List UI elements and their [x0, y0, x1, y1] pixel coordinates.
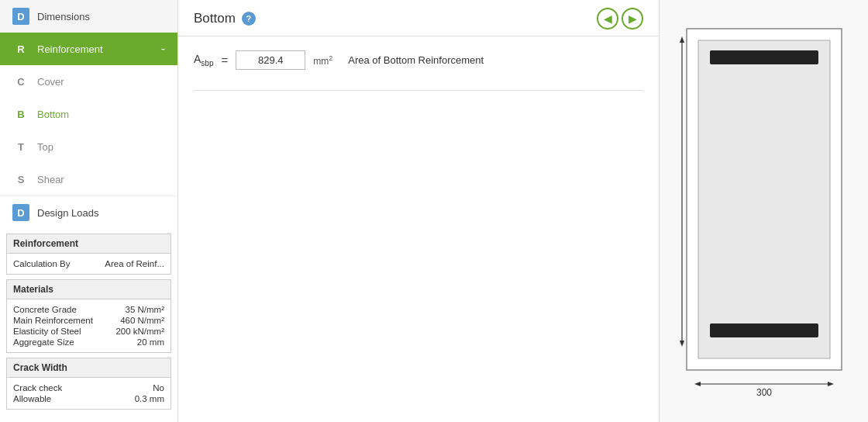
- materials-val-0: 35 N/mm²: [126, 305, 164, 314]
- sidebar-label-top: Top: [37, 141, 53, 153]
- materials-val-2: 200 kN/mm²: [115, 327, 164, 336]
- sidebar-label-bottom: Bottom: [37, 109, 69, 120]
- formula-subscript: sbp: [201, 59, 213, 67]
- sidebar-label-reinforcement: Reinforcement: [37, 43, 103, 55]
- sidebar-item-top[interactable]: T Top: [0, 130, 177, 163]
- nav-back-button[interactable]: ◀: [597, 8, 618, 29]
- materials-panel-body: Concrete Grade 35 N/mm² Main Reinforceme…: [7, 299, 170, 352]
- materials-row-1: Main Reinforcement 460 N/mm²: [13, 315, 164, 326]
- sidebar-item-cover[interactable]: C Cover: [0, 65, 177, 98]
- top-bar: Bottom ? ◀ ▶: [178, 0, 659, 36]
- nav-back-icon: ◀: [604, 12, 612, 25]
- sidebar-letter-bottom: B: [12, 106, 29, 123]
- sidebar-item-dimensions[interactable]: D Dimensions: [0, 0, 177, 33]
- formula-symbol: Asbp: [194, 53, 213, 67]
- reinforcement-val-0: Area of Reinf...: [105, 259, 164, 268]
- materials-key-1: Main Reinforcement: [13, 316, 93, 325]
- nav-fwd-button[interactable]: ▶: [622, 8, 643, 29]
- crack-key-1: Allowable: [13, 394, 51, 403]
- reinforcement-row-0: Calculation By Area of Reinf...: [13, 258, 164, 269]
- sidebar-letter-design-loads: D: [12, 204, 29, 221]
- sidebar-minus-reinforcement: -: [161, 42, 165, 56]
- sidebar-item-design-loads[interactable]: D Design Loads: [0, 195, 177, 229]
- crack-width-panel-header: Crack Width: [7, 358, 170, 378]
- materials-val-3: 20 mm: [137, 337, 164, 347]
- width-label: 300: [756, 387, 771, 398]
- formula-divider: [194, 90, 643, 91]
- materials-key-2: Elasticity of Steel: [13, 327, 81, 336]
- svg-marker-6: [680, 341, 684, 347]
- crack-width-panel-body: Crack check No Allowable 0.3 mm: [7, 378, 170, 409]
- svg-rect-3: [710, 323, 818, 337]
- crack-key-0: Crack check: [13, 383, 62, 393]
- structural-diagram: 600 300: [679, 21, 849, 401]
- crack-val-0: No: [153, 383, 164, 393]
- sidebar-item-shear[interactable]: S Shear: [0, 163, 177, 195]
- materials-row-2: Elasticity of Steel 200 kN/mm²: [13, 326, 164, 337]
- help-icon[interactable]: ?: [242, 12, 256, 26]
- reinforcement-key-0: Calculation By: [13, 259, 71, 268]
- sidebar-letter-dimensions: D: [12, 8, 29, 25]
- crack-row-1: Allowable 0.3 mm: [13, 393, 164, 404]
- sidebar-item-bottom[interactable]: B Bottom: [0, 98, 177, 130]
- formula-value-input[interactable]: [236, 50, 305, 70]
- page-title: Bottom: [194, 11, 236, 26]
- materials-key-3: Aggregate Size: [13, 337, 74, 347]
- svg-rect-2: [710, 50, 818, 64]
- svg-marker-9: [828, 382, 834, 386]
- svg-marker-8: [694, 382, 701, 386]
- reinforcement-panel-header: Reinforcement: [7, 234, 170, 254]
- sidebar-letter-top: T: [12, 138, 29, 155]
- materials-panel: Materials Concrete Grade 35 N/mm² Main R…: [6, 279, 171, 353]
- sidebar-label-design-loads: Design Loads: [37, 207, 99, 219]
- svg-marker-5: [680, 36, 684, 43]
- materials-row-0: Concrete Grade 35 N/mm²: [13, 304, 164, 315]
- formula-area: Asbp = mm2 Area of Bottom Reinforcement: [178, 36, 659, 90]
- materials-row-3: Aggregate Size 20 mm: [13, 337, 164, 348]
- formula-unit-exp: 2: [329, 54, 332, 62]
- nav-buttons: ◀ ▶: [597, 8, 643, 29]
- sidebar-item-reinforcement[interactable]: R Reinforcement -: [0, 33, 177, 65]
- formula-row: Asbp = mm2 Area of Bottom Reinforcement: [194, 50, 643, 70]
- sidebar-letter-cover: C: [12, 73, 29, 90]
- crack-val-1: 0.3 mm: [135, 394, 164, 403]
- reinforcement-panel: Reinforcement Calculation By Area of Rei…: [6, 233, 171, 275]
- sidebar-label-cover: Cover: [37, 76, 64, 88]
- formula-description: Area of Bottom Reinforcement: [348, 54, 484, 66]
- svg-rect-1: [698, 40, 830, 358]
- right-panel: 600 300: [659, 0, 868, 422]
- sidebar-label-shear: Shear: [37, 174, 64, 185]
- sidebar-letter-shear: S: [12, 171, 29, 188]
- crack-row-0: Crack check No: [13, 382, 164, 393]
- nav-fwd-icon: ▶: [629, 12, 637, 25]
- info-panels: Reinforcement Calculation By Area of Rei…: [0, 229, 177, 422]
- formula-unit: mm2: [313, 54, 332, 67]
- materials-panel-header: Materials: [7, 280, 170, 299]
- main-content: Bottom ? ◀ ▶ Asbp = mm2 Area of Bottom R…: [178, 0, 659, 422]
- top-bar-left: Bottom ?: [194, 11, 256, 26]
- reinforcement-panel-body: Calculation By Area of Reinf...: [7, 254, 170, 274]
- materials-key-0: Concrete Grade: [13, 305, 77, 314]
- formula-equals: =: [221, 54, 228, 67]
- sidebar-label-dimensions: Dimensions: [37, 11, 90, 22]
- sidebar-letter-reinforcement: R: [12, 40, 29, 57]
- materials-val-1: 460 N/mm²: [120, 316, 164, 325]
- crack-width-panel: Crack Width Crack check No Allowable 0.3…: [6, 358, 171, 410]
- sidebar: D Dimensions R Reinforcement - C Cover B…: [0, 0, 178, 422]
